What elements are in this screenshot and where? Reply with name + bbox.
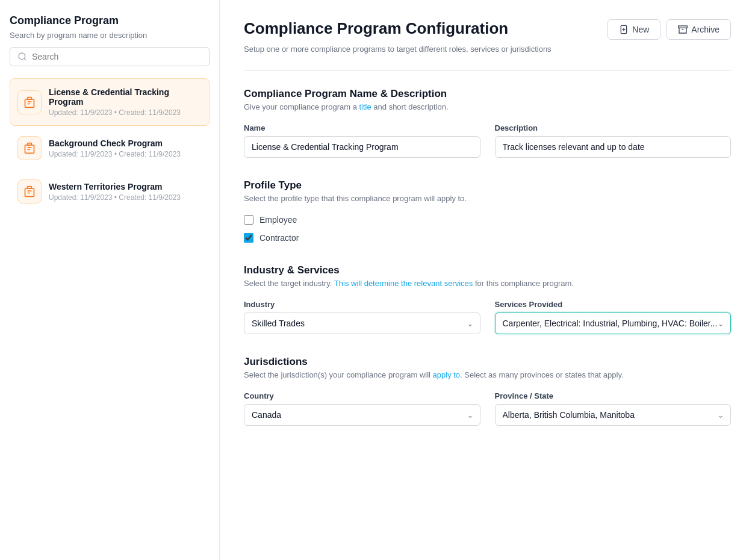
industry-services-title: Industry & Services: [244, 264, 731, 276]
program-list: License & Credential Tracking Program Up…: [10, 78, 210, 213]
profile-type-title: Profile Type: [244, 179, 731, 191]
name-desc-form-row: Name Description: [244, 123, 731, 158]
profile-type-checkboxes: Employee Contractor: [244, 215, 731, 243]
sidebar-title: Compliance Program: [10, 14, 210, 27]
search-input[interactable]: [32, 52, 202, 61]
svg-point-0: [19, 53, 25, 60]
services-link[interactable]: This will determine the relevant service…: [334, 279, 473, 288]
new-button[interactable]: New: [607, 19, 660, 40]
sidebar-subtitle: Search by program name or description: [10, 31, 210, 40]
new-icon: [619, 25, 629, 34]
program-icon: [17, 136, 42, 160]
program-item[interactable]: Background Check Program Updated: 11/9/2…: [10, 127, 210, 169]
program-icon: [17, 90, 42, 114]
country-select-wrapper: Canada United States: [244, 404, 480, 426]
divider: [244, 70, 731, 71]
search-icon: [17, 52, 27, 61]
archive-button[interactable]: Archive: [666, 19, 731, 40]
program-meta: Updated: 11/9/2023 • Created: 11/9/2023: [49, 150, 202, 158]
employee-checkbox-item[interactable]: Employee: [244, 215, 731, 225]
program-meta: Updated: 11/9/2023 • Created: 11/9/2023: [49, 193, 202, 202]
svg-line-1: [24, 58, 26, 60]
name-description-section: Compliance Program Name & Description Gi…: [244, 88, 731, 158]
program-meta: Updated: 11/9/2023 • Created: 11/9/2023: [49, 108, 202, 117]
province-form-group: Province / State Alberta, British Columb…: [495, 391, 732, 426]
header-buttons: New Archive: [607, 19, 731, 40]
name-form-group: Name: [244, 123, 480, 158]
name-input[interactable]: [244, 136, 480, 158]
employee-label: Employee: [259, 215, 297, 225]
services-select[interactable]: Carpenter, Electrical: Industrial, Plumb…: [495, 313, 732, 334]
industry-select-wrapper: Skilled Trades Healthcare Construction T…: [244, 313, 480, 334]
svg-rect-11: [679, 26, 688, 28]
services-label: Services Provided: [495, 300, 732, 309]
program-info: Western Territories Program Updated: 11/…: [49, 182, 202, 202]
country-label: Country: [244, 391, 480, 400]
jurisdictions-title: Jurisdictions: [244, 356, 731, 368]
profile-type-section: Profile Type Select the profile type tha…: [244, 179, 731, 243]
program-name: License & Credential Tracking Program: [49, 87, 202, 107]
svg-rect-3: [25, 99, 34, 107]
jurisdictions-desc: Select the jurisdiction(s) your complian…: [244, 370, 731, 379]
program-name: Background Check Program: [49, 138, 202, 148]
industry-label: Industry: [244, 300, 480, 309]
contractor-checkbox-item[interactable]: Contractor: [244, 233, 731, 243]
program-info: License & Credential Tracking Program Up…: [49, 87, 202, 117]
name-label: Name: [244, 123, 480, 132]
sidebar: Compliance Program Search by program nam…: [0, 0, 220, 560]
program-icon: [17, 179, 42, 204]
industry-select[interactable]: Skilled Trades Healthcare Construction T…: [244, 313, 480, 334]
description-form-group: Description: [495, 123, 732, 158]
description-input[interactable]: [495, 136, 732, 158]
page-subtitle: Setup one or more compliance programs to…: [244, 45, 731, 54]
country-form-group: Country Canada United States: [244, 391, 480, 426]
archive-icon: [678, 25, 688, 34]
jurisdictions-form-row: Country Canada United States Province / …: [244, 391, 731, 426]
title-link[interactable]: title: [359, 102, 371, 111]
country-select[interactable]: Canada United States: [244, 404, 480, 426]
name-description-desc: Give your compliance program a title and…: [244, 102, 731, 111]
program-item[interactable]: License & Credential Tracking Program Up…: [10, 78, 210, 126]
services-select-wrapper: Carpenter, Electrical: Industrial, Plumb…: [495, 313, 732, 334]
description-label: Description: [495, 123, 732, 132]
industry-services-form-row: Industry Skilled Trades Healthcare Const…: [244, 300, 731, 334]
page-header: Compliance Program Configuration New Arc…: [244, 19, 731, 40]
province-select[interactable]: Alberta, British Columbia, Manitoba: [495, 404, 732, 426]
program-info: Background Check Program Updated: 11/9/2…: [49, 138, 202, 158]
contractor-checkbox[interactable]: [244, 233, 253, 243]
search-box: [10, 47, 210, 66]
apply-link[interactable]: apply to: [433, 370, 461, 379]
employee-checkbox[interactable]: [244, 215, 253, 225]
name-description-title: Compliance Program Name & Description: [244, 88, 731, 100]
jurisdictions-section: Jurisdictions Select the jurisdiction(s)…: [244, 356, 731, 426]
page-title: Compliance Program Configuration: [244, 19, 508, 38]
main-content: Compliance Program Configuration New Arc…: [220, 0, 755, 560]
province-label: Province / State: [495, 391, 732, 400]
province-select-wrapper: Alberta, British Columbia, Manitoba: [495, 404, 732, 426]
program-item[interactable]: Western Territories Program Updated: 11/…: [10, 170, 210, 213]
header-text: Compliance Program Configuration: [244, 19, 508, 38]
svg-rect-5: [25, 145, 34, 153]
industry-services-desc: Select the target industry. This will de…: [244, 279, 731, 288]
industry-services-section: Industry & Services Select the target in…: [244, 264, 731, 334]
industry-form-group: Industry Skilled Trades Healthcare Const…: [244, 300, 480, 334]
profile-type-desc: Select the profile type that this compli…: [244, 194, 731, 203]
program-name: Western Territories Program: [49, 182, 202, 191]
contractor-label: Contractor: [259, 233, 299, 243]
services-form-group: Services Provided Carpenter, Electrical:…: [495, 300, 732, 334]
